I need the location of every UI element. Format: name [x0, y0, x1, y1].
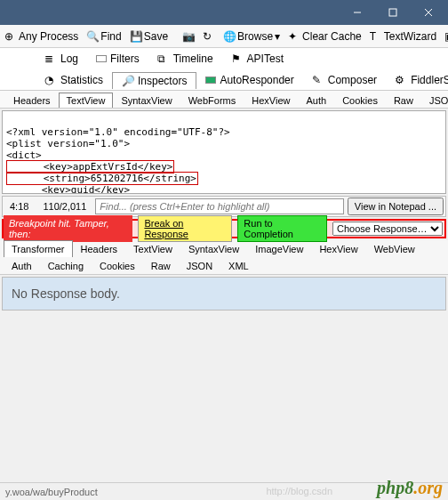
- resptab-auth[interactable]: Auth: [4, 257, 40, 274]
- reqtab-cookies[interactable]: Cookies: [334, 93, 386, 108]
- resptab-cookies[interactable]: Cookies: [92, 257, 143, 274]
- stats-icon: ◔: [44, 74, 57, 86]
- disk-icon: 💾: [130, 30, 142, 43]
- view-in-notepad-button[interactable]: View in Notepad ...: [348, 198, 444, 215]
- reqtab-syntaxview[interactable]: SyntaxView: [113, 93, 180, 108]
- blog-watermark: http://blog.csdn: [266, 486, 332, 496]
- php8-watermark: php8.org: [377, 478, 443, 498]
- camera-icon: 📷: [182, 30, 195, 43]
- globe-icon: 🌐: [223, 30, 236, 43]
- browse-button[interactable]: 🌐Browse ▾: [220, 30, 283, 43]
- response-body: No Response body.: [2, 277, 446, 310]
- request-textview[interactable]: <?xml version="1.0" encoding="UTF-8"?> <…: [2, 110, 446, 194]
- checkbox-on-icon: [205, 77, 216, 84]
- find-bar: 4:18 110/2,011 View in Notepad ...: [2, 196, 446, 217]
- resptab-syntaxview[interactable]: SyntaxView: [180, 240, 247, 257]
- refresh-button[interactable]: ↻: [200, 30, 218, 43]
- resptab-xml[interactable]: XML: [220, 257, 257, 274]
- clear-icon: ✦: [288, 30, 300, 43]
- tab-inspectors[interactable]: 🔎Inspectors: [112, 72, 196, 89]
- find-input[interactable]: [95, 198, 344, 214]
- reqtab-auth[interactable]: Auth: [299, 93, 335, 108]
- xml-line: <?xml version="1.0" encoding="UTF-8"?>: [6, 126, 230, 138]
- tab-log[interactable]: ≣Log: [36, 51, 87, 67]
- response-tabs: Transformer Headers TextView SyntaxView …: [0, 240, 448, 275]
- resptab-headers[interactable]: Headers: [73, 240, 126, 257]
- title-bar: [0, 0, 448, 25]
- break-on-response-button[interactable]: Break on Response: [138, 215, 232, 242]
- svg-rect-1: [389, 9, 396, 16]
- log-icon: ≣: [44, 52, 57, 65]
- resptab-hexview[interactable]: HexView: [311, 240, 365, 257]
- checkbox-icon: [96, 55, 107, 62]
- reqtab-headers[interactable]: Headers: [5, 93, 59, 108]
- resptab-imageview[interactable]: ImageView: [247, 240, 311, 257]
- xml-line: <key>guid</key>: [6, 184, 130, 194]
- breakpoint-label: Breakpoint hit. Tamper, then:: [4, 215, 132, 242]
- reqtab-textview[interactable]: TextView: [59, 93, 114, 108]
- xml-line: <plist version="1.0">: [6, 138, 130, 149]
- resptab-transformer[interactable]: Transformer: [4, 240, 73, 257]
- resptab-textview[interactable]: TextView: [125, 240, 180, 257]
- minimize-button[interactable]: [340, 1, 375, 24]
- cursor-position: 4:18: [4, 201, 34, 212]
- save-button[interactable]: 💾Save: [127, 30, 171, 43]
- resptab-raw[interactable]: Raw: [143, 257, 179, 274]
- session-tabs: ≣Log Filters ⧉Timeline ⚑APITest ◔Statist…: [0, 48, 448, 91]
- tab-fiddlerscript[interactable]: ⚙FiddlerScript: [386, 72, 448, 88]
- choose-response-select[interactable]: Choose Response…: [332, 222, 443, 236]
- reqtab-json[interactable]: JSON: [421, 93, 448, 108]
- close-button[interactable]: [411, 1, 446, 24]
- cursor-range: 110/2,011: [37, 201, 92, 212]
- textwizard-button[interactable]: TTextWizard: [367, 30, 439, 43]
- tab-apitest[interactable]: ⚑APITest: [222, 51, 292, 67]
- tab-timeline[interactable]: ⧉Timeline: [148, 51, 222, 67]
- binoculars-icon: 🔍: [86, 30, 99, 43]
- clear-cache-button[interactable]: ✦Clear Cache: [285, 30, 364, 43]
- tab-filters[interactable]: Filters: [87, 51, 148, 67]
- inspect-icon: 🔎: [122, 75, 134, 87]
- tab-composer[interactable]: ✎Composer: [303, 72, 386, 88]
- status-path: y.woa/wa/buyProduct: [5, 487, 98, 497]
- tab-autoresponder[interactable]: AutoResponder: [196, 72, 302, 88]
- tearoff-button[interactable]: ▣Tearoff: [442, 30, 448, 43]
- main-toolbar: ⊕Any Process 🔍Find 💾Save 📷 ↻ 🌐Browse ▾ ✦…: [0, 25, 448, 48]
- tab-statistics[interactable]: ◔Statistics: [36, 72, 112, 88]
- resptab-caching[interactable]: Caching: [40, 257, 92, 274]
- camera-button[interactable]: 📷: [180, 30, 197, 43]
- wizard-icon: T: [370, 30, 382, 43]
- refresh-icon: ↻: [203, 30, 215, 43]
- tearoff-icon: ▣: [444, 30, 448, 43]
- request-tabs: Headers TextView SyntaxView WebForms Hex…: [0, 91, 448, 109]
- maximize-button[interactable]: [375, 1, 411, 24]
- find-button[interactable]: 🔍Find: [84, 30, 124, 43]
- resptab-webview[interactable]: WebView: [366, 240, 423, 257]
- timeline-icon: ⧉: [157, 52, 170, 65]
- any-process-button[interactable]: ⊕Any Process: [2, 30, 81, 43]
- breakpoint-bar: Breakpoint hit. Tamper, then: Break on R…: [2, 219, 446, 238]
- resptab-json[interactable]: JSON: [179, 257, 220, 274]
- target-icon: ⊕: [4, 30, 17, 43]
- apitest-icon: ⚑: [231, 52, 244, 65]
- reqtab-raw[interactable]: Raw: [386, 93, 421, 108]
- reqtab-hexview[interactable]: HexView: [244, 93, 298, 108]
- reqtab-webforms[interactable]: WebForms: [180, 93, 244, 108]
- composer-icon: ✎: [312, 74, 324, 86]
- script-icon: ⚙: [395, 74, 407, 86]
- xml-highlighted-line: <string>651202716</string>: [6, 172, 198, 185]
- run-to-completion-button[interactable]: Run to Completion: [237, 215, 327, 242]
